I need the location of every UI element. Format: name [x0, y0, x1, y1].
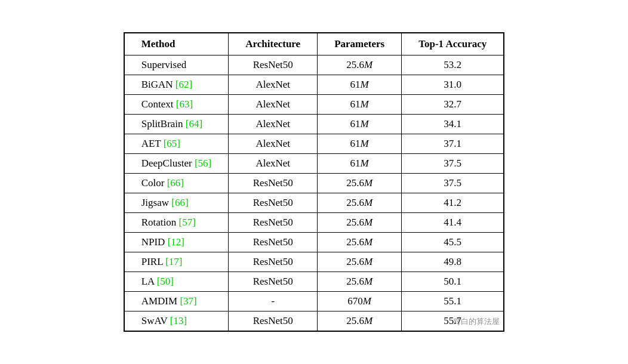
- cell-method: Context [63]: [124, 95, 229, 115]
- method-ref: [65]: [161, 138, 180, 149]
- cell-parameters: 61M: [318, 134, 402, 154]
- cell-parameters: 25.6M: [318, 311, 402, 332]
- method-ref: [63]: [174, 98, 193, 110]
- cell-method: Color [66]: [124, 174, 229, 193]
- cell-accuracy: 41.4: [402, 213, 504, 233]
- cell-accuracy: 49.8: [402, 252, 504, 272]
- cell-accuracy: 45.5: [402, 233, 504, 252]
- cell-architecture: ResNet50: [229, 213, 318, 233]
- cell-method: LA [50]: [124, 272, 229, 292]
- cell-method: AET [65]: [124, 134, 229, 154]
- table-row: DeepCluster [56]AlexNet61M37.5: [124, 154, 504, 174]
- col-header-parameters: Parameters: [318, 33, 402, 55]
- table-row: Color [66]ResNet5025.6M37.5: [124, 174, 504, 193]
- cell-method: Jigsaw [66]: [124, 193, 229, 213]
- table-row: PIRL [17]ResNet5025.6M49.8: [124, 252, 504, 272]
- table-row: BiGAN [62]AlexNet61M31.0: [124, 75, 504, 95]
- cell-method: DeepCluster [56]: [124, 154, 229, 174]
- cell-parameters: 61M: [318, 115, 402, 134]
- cell-accuracy: 53.2: [402, 55, 504, 75]
- cell-architecture: AlexNet: [229, 134, 318, 154]
- method-ref: [57]: [176, 217, 196, 228]
- cell-parameters: 61M: [318, 95, 402, 115]
- header-row: Method Architecture Parameters Top-1 Acc…: [124, 33, 504, 55]
- table-row: Jigsaw [66]ResNet5025.6M41.2: [124, 193, 504, 213]
- cell-accuracy: 55.1: [402, 292, 504, 311]
- table-row: NPID [12]ResNet5025.6M45.5: [124, 233, 504, 252]
- cell-accuracy: 31.0: [402, 75, 504, 95]
- method-ref: [13]: [168, 315, 187, 326]
- cell-architecture: ResNet50: [229, 193, 318, 213]
- method-name: Jigsaw: [141, 197, 169, 208]
- table-row: AMDIM [37]-670M55.1: [124, 292, 504, 311]
- cell-architecture: ResNet50: [229, 233, 318, 252]
- method-name: Color: [141, 177, 165, 189]
- cell-accuracy: 37.1: [402, 134, 504, 154]
- cell-architecture: -: [229, 292, 318, 311]
- comparison-table: Method Architecture Parameters Top-1 Acc…: [124, 32, 505, 332]
- table-row: AET [65]AlexNet61M37.1: [124, 134, 504, 154]
- method-ref: [50]: [154, 276, 174, 287]
- cell-method: AMDIM [37]: [124, 292, 229, 311]
- method-name: Context: [141, 98, 174, 110]
- cell-parameters: 25.6M: [318, 272, 402, 292]
- cell-method: Supervised: [124, 55, 229, 75]
- col-header-architecture: Architecture: [229, 33, 318, 55]
- method-name: SwAV: [141, 315, 168, 326]
- cell-architecture: AlexNet: [229, 75, 318, 95]
- cell-accuracy: 32.7: [402, 95, 504, 115]
- cell-parameters: 61M: [318, 154, 402, 174]
- cell-architecture: ResNet50: [229, 311, 318, 332]
- col-header-method: Method: [124, 33, 229, 55]
- method-name: SplitBrain: [141, 118, 183, 129]
- method-name: NPID: [141, 236, 165, 248]
- method-name: BiGAN: [141, 79, 173, 90]
- method-ref: [56]: [192, 158, 212, 169]
- method-name: Rotation: [141, 217, 177, 228]
- cell-parameters: 25.6M: [318, 174, 402, 193]
- table-container: Method Architecture Parameters Top-1 Acc…: [100, 20, 529, 344]
- cell-parameters: 25.6M: [318, 252, 402, 272]
- method-ref: [17]: [163, 256, 183, 267]
- method-ref: [62]: [173, 79, 193, 90]
- col-header-accuracy: Top-1 Accuracy: [402, 33, 504, 55]
- cell-method: SplitBrain [64]: [124, 115, 229, 134]
- method-name: AET: [141, 138, 161, 149]
- method-name: LA: [141, 276, 155, 287]
- cell-accuracy: 34.1: [402, 115, 504, 134]
- table-row: Rotation [57]ResNet5025.6M41.4: [124, 213, 504, 233]
- table-row: SplitBrain [64]AlexNet61M34.1: [124, 115, 504, 134]
- cell-parameters: 670M: [318, 292, 402, 311]
- method-name: Supervised: [141, 59, 187, 70]
- method-ref: [66]: [169, 197, 189, 208]
- table-row: SwAV [13]ResNet5025.6M55.7: [124, 311, 504, 332]
- cell-accuracy: 37.5: [402, 174, 504, 193]
- cell-accuracy: 55.7: [402, 311, 504, 332]
- cell-architecture: ResNet50: [229, 55, 318, 75]
- method-ref: [37]: [177, 295, 197, 307]
- cell-parameters: 25.6M: [318, 55, 402, 75]
- cell-accuracy: 41.2: [402, 193, 504, 213]
- method-name: PIRL: [141, 256, 163, 267]
- cell-parameters: 25.6M: [318, 233, 402, 252]
- cell-parameters: 25.6M: [318, 213, 402, 233]
- cell-accuracy: 37.5: [402, 154, 504, 174]
- method-name: DeepCluster: [141, 158, 192, 169]
- cell-architecture: ResNet50: [229, 272, 318, 292]
- cell-architecture: ResNet50: [229, 252, 318, 272]
- cell-architecture: AlexNet: [229, 115, 318, 134]
- cell-method: NPID [12]: [124, 233, 229, 252]
- cell-architecture: AlexNet: [229, 95, 318, 115]
- cell-method: Rotation [57]: [124, 213, 229, 233]
- cell-accuracy: 50.1: [402, 272, 504, 292]
- cell-method: PIRL [17]: [124, 252, 229, 272]
- table-row: LA [50]ResNet5025.6M50.1: [124, 272, 504, 292]
- method-ref: [64]: [183, 118, 203, 129]
- method-ref: [12]: [165, 236, 184, 248]
- cell-method: BiGAN [62]: [124, 75, 229, 95]
- cell-parameters: 25.6M: [318, 193, 402, 213]
- method-ref: [66]: [164, 177, 184, 189]
- table-row: Context [63]AlexNet61M32.7: [124, 95, 504, 115]
- cell-architecture: AlexNet: [229, 154, 318, 174]
- cell-architecture: ResNet50: [229, 174, 318, 193]
